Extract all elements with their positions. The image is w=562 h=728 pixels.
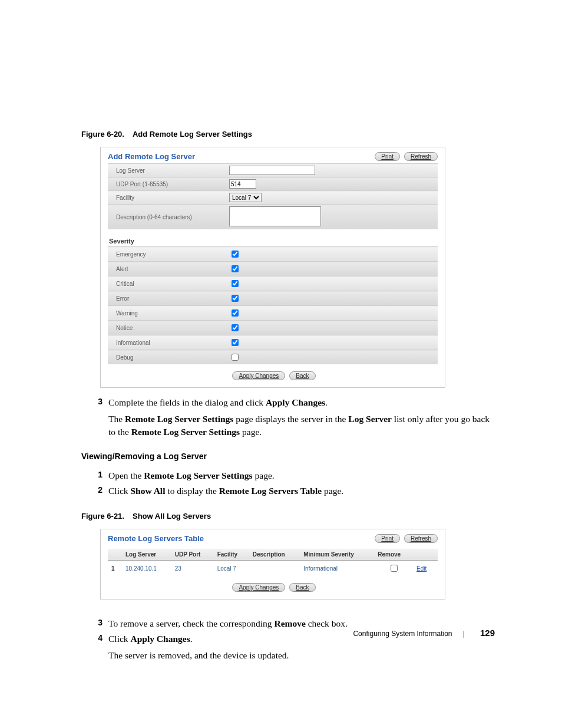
cell-facility: Local 7	[214, 561, 249, 577]
panel-title: Remote Log Servers Table	[108, 534, 204, 543]
table-row: Warning	[108, 306, 438, 321]
debug-checkbox[interactable]	[232, 354, 239, 361]
row-index: 1	[108, 561, 122, 577]
warning-checkbox[interactable]	[232, 309, 239, 317]
col-min-severity: Minimum Severity	[300, 549, 374, 561]
severity-table: Emergency Alert Critical Error Warning N…	[108, 246, 438, 364]
severity-label: Critical	[108, 276, 226, 291]
cell-description	[249, 561, 300, 577]
severity-label: Alert	[108, 262, 226, 276]
emergency-checkbox[interactable]	[232, 251, 239, 258]
figure-6-21-caption: Figure 6-21.Show All Log Servers	[81, 512, 494, 521]
table-header-row: Log Server UDP Port Facility Description…	[108, 549, 438, 561]
step-list-1: 3 Complete the fields in the dialog and …	[81, 396, 494, 439]
table-row: UDP Port (1-65535)	[108, 177, 438, 191]
remote-log-servers-table-screenshot: Remote Log Servers Table Print Refresh L…	[100, 529, 445, 599]
severity-heading: Severity	[109, 238, 438, 245]
figure-title: Add Remote Log Server Settings	[133, 130, 252, 139]
description-label: Description (0-64 characters)	[108, 205, 226, 230]
step-list-3: 3 To remove a server, check the correspo…	[81, 617, 494, 662]
severity-label: Error	[108, 291, 226, 306]
col-remove: Remove	[374, 549, 413, 561]
col-description: Description	[249, 549, 300, 561]
udp-port-label: UDP Port (1-65535)	[108, 177, 226, 191]
back-button[interactable]: Back	[289, 371, 315, 380]
table-row: Critical	[108, 276, 438, 291]
error-checkbox[interactable]	[232, 295, 239, 302]
severity-label: Warning	[108, 306, 226, 321]
viewing-removing-heading: Viewing/Removing a Log Server	[81, 452, 494, 461]
facility-select[interactable]: Local 7	[229, 193, 262, 202]
critical-checkbox[interactable]	[232, 280, 239, 287]
table-row: Informational	[108, 335, 438, 350]
table-row: Description (0-64 characters)	[108, 205, 438, 230]
list-item: 1 Open the Remote Log Server Settings pa…	[81, 469, 494, 482]
apply-changes-button[interactable]: Apply Changes	[232, 583, 285, 592]
log-servers-table: Log Server UDP Port Facility Description…	[108, 549, 438, 576]
col-log-server: Log Server	[122, 549, 171, 561]
table-row: Error	[108, 291, 438, 306]
print-button[interactable]: Print	[375, 152, 400, 161]
figure-label: Figure 6-20.	[81, 130, 124, 139]
list-item: 2 Click Show All to display the Remote L…	[81, 485, 494, 498]
footer-section: Configuring System Information	[353, 630, 452, 638]
log-server-label: Log Server	[108, 164, 226, 177]
log-server-input[interactable]	[229, 166, 315, 175]
table-row: Facility Local 7	[108, 191, 438, 205]
remove-checkbox[interactable]	[391, 565, 398, 572]
figure-6-20-caption: Figure 6-20.Add Remote Log Server Settin…	[81, 130, 494, 139]
severity-label: Emergency	[108, 247, 226, 262]
table-row: 1 10.240.10.1 23 Local 7 Informational E…	[108, 561, 438, 577]
notice-checkbox[interactable]	[232, 324, 239, 331]
footer-page-number: 129	[480, 628, 495, 638]
footer-separator: |	[462, 629, 464, 638]
apply-changes-button[interactable]: Apply Changes	[232, 371, 285, 380]
list-item: 3 Complete the fields in the dialog and …	[81, 396, 494, 439]
severity-label: Informational	[108, 335, 226, 350]
panel-title: Add Remote Log Server	[108, 152, 195, 161]
severity-label: Notice	[108, 321, 226, 335]
refresh-button[interactable]: Refresh	[404, 152, 438, 161]
back-button[interactable]: Back	[289, 583, 315, 592]
alert-checkbox[interactable]	[232, 265, 239, 272]
table-row: Alert	[108, 262, 438, 276]
severity-label: Debug	[108, 350, 226, 365]
cell-udp-port: 23	[171, 561, 214, 577]
col-facility: Facility	[214, 549, 249, 561]
refresh-button[interactable]: Refresh	[404, 534, 438, 543]
add-remote-log-server-screenshot: Add Remote Log Server Print Refresh Log …	[100, 147, 445, 388]
cell-log-server: 10.240.10.1	[122, 561, 171, 577]
facility-label: Facility	[108, 191, 226, 205]
settings-table: Log Server UDP Port (1-65535) Facility L…	[108, 163, 438, 229]
col-udp-port: UDP Port	[171, 549, 214, 561]
table-row: Log Server	[108, 164, 438, 177]
page-footer: Configuring System Information | 129	[353, 628, 495, 638]
step-list-2: 1 Open the Remote Log Server Settings pa…	[81, 469, 494, 498]
description-textarea[interactable]	[229, 206, 321, 226]
figure-label: Figure 6-21.	[81, 512, 124, 521]
udp-port-input[interactable]	[229, 179, 256, 189]
print-button[interactable]: Print	[375, 534, 400, 543]
edit-link[interactable]: Edit	[416, 565, 427, 572]
informational-checkbox[interactable]	[232, 339, 239, 346]
table-row: Emergency	[108, 247, 438, 262]
table-row: Notice	[108, 321, 438, 335]
cell-min-severity: Informational	[300, 561, 374, 577]
table-row: Debug	[108, 350, 438, 365]
figure-title: Show All Log Servers	[133, 512, 211, 521]
